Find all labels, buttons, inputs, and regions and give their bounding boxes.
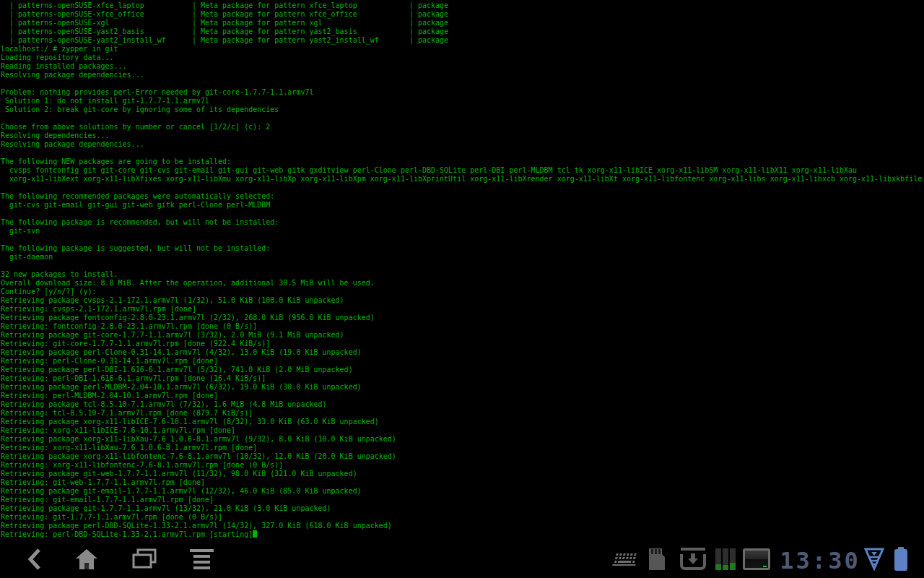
terminal-line: Retrieving package xorg-x11-libXau-7.6_1…	[1, 435, 924, 444]
menu-icon	[190, 548, 214, 573]
display-status	[741, 543, 772, 578]
system-bar: 13:30	[0, 543, 924, 578]
terminal-line: The following NEW packages are going to …	[1, 158, 924, 166]
keyboard-icon	[612, 551, 640, 570]
terminal-line	[1, 262, 924, 270]
terminal-line: | patterns-openSUSE-xfce_laptop | Meta p…	[1, 1, 924, 10]
download-status	[677, 543, 709, 578]
terminal-line: | patterns-openSUSE-yast2_basis | Meta p…	[1, 27, 924, 36]
terminal-line: Retrieving package git-1.7.7-1.1.armv7l …	[1, 504, 924, 513]
terminal-line: Choose from above solutions by number or…	[1, 123, 924, 131]
signal-icon	[864, 548, 884, 574]
download-icon	[679, 547, 707, 574]
terminal-line: Retrieving: xorg-x11-libICE-7.6-10.1.arm…	[1, 426, 924, 435]
terminal-line	[1, 236, 924, 244]
terminal-line: Retrieving: cvsps-2.1-172.1.armv7l.rpm […	[1, 305, 924, 314]
terminal-line: Retrieving package git-email-1.7.7-1.1.a…	[1, 487, 924, 496]
terminal-line: Retrieving package git-web-1.7.7-1.1.arm…	[1, 470, 924, 478]
keyboard-status-button[interactable]	[611, 543, 641, 578]
terminal-line: Retrieving package perl-Clone-0.31-14.1.…	[1, 348, 924, 357]
terminal-line: | patterns-openSUSE-xgl | Meta package f…	[1, 19, 924, 27]
terminal-line: The following package is recommended, bu…	[1, 218, 924, 227]
status-clock: 13:30	[777, 543, 863, 578]
terminal-line: Retrieving: git-web-1.7.7-1.1.armv7l.rpm…	[1, 478, 924, 487]
terminal-line: The following package is suggested, but …	[1, 244, 924, 253]
terminal-line	[1, 79, 924, 88]
terminal-line: Retrieving package xorg-x11-libICE-7.6-1…	[1, 418, 924, 426]
back-button[interactable]	[20, 543, 49, 578]
menu-button[interactable]	[188, 543, 217, 578]
terminal-line: localhost:/ # zypper in git	[1, 45, 924, 53]
terminal-line: 32 new packages to install.	[1, 270, 924, 279]
terminal-line: Retrieving package tcl-8.5.10-7.1.armv7l…	[1, 400, 924, 409]
terminal-line: Problem: nothing provides perl-Error nee…	[1, 88, 924, 97]
terminal-line: git-svn	[1, 227, 924, 236]
terminal-line: Retrieving: xorg-x11-libfontenc-7.6-8.1.…	[1, 461, 924, 470]
terminal-line: Retrieving package perl-DBD-SQLite-1.33-…	[1, 522, 924, 530]
terminal-line: Retrieving package fontconfig-2.8.0-23.1…	[1, 314, 924, 322]
terminal-line	[1, 149, 924, 158]
terminal-line: Retrieving: fontconfig-2.8.0-23.1.armv7l…	[1, 322, 924, 331]
recents-icon	[131, 548, 157, 574]
usage-bars-status	[713, 543, 738, 578]
terminal-line: Retrieving: perl-MLDBM-2.04-10.1.armv7l.…	[1, 392, 924, 400]
terminal-output[interactable]: | patterns-openSUSE-xfce_laptop | Meta p…	[0, 0, 924, 543]
terminal-line: Resolving package dependencies...	[1, 71, 924, 79]
home-button[interactable]	[72, 543, 101, 578]
tablet-screen: | patterns-openSUSE-xfce_laptop | Meta p…	[0, 0, 924, 578]
terminal-cursor	[253, 530, 257, 538]
usage-bars-icon	[715, 548, 736, 574]
terminal-line	[1, 114, 924, 123]
recents-button[interactable]	[130, 543, 159, 578]
terminal-line: | patterns-openSUSE-xfce_office | Meta p…	[1, 10, 924, 19]
terminal-line: Retrieving: git-1.7.7-1.1.armv7l.rpm [do…	[1, 513, 924, 522]
terminal-line: Continue? [y/n/?] (y):	[1, 288, 924, 296]
sdcard-status	[645, 543, 668, 578]
terminal-line: Retrieving package git-core-1.7.7-1.1.ar…	[1, 331, 924, 340]
terminal-line: git-cvs git-email git-gui git-web gitk p…	[1, 201, 924, 210]
terminal-line: Solution 1: do not install git-1.7.7-1.1…	[1, 97, 924, 105]
terminal-line: Reading installed packages...	[1, 62, 924, 71]
home-icon	[74, 548, 99, 574]
terminal-line: Retrieving package cvsps-2.1-172.1.armv7…	[1, 296, 924, 305]
terminal-line: Retrieving package xorg-x11-libfontenc-7…	[1, 452, 924, 461]
battery-status	[891, 543, 911, 578]
terminal-line: Retrieving: git-email-1.7.7-1.1.armv7l.r…	[1, 496, 924, 504]
terminal-line: Solution 2: break git-core by ignoring s…	[1, 105, 924, 114]
terminal-line: Retrieving: perl-Clone-0.31-14.1.armv7l.…	[1, 357, 924, 366]
terminal-line: Resolving dependencies...	[1, 131, 924, 140]
terminal-line: Retrieving: tcl-8.5.10-7.1.armv7l.rpm [d…	[1, 409, 924, 418]
display-icon	[742, 548, 771, 574]
sdcard-icon	[647, 547, 667, 574]
terminal-line: xorg-x11-libXext xorg-x11-libXfixes xorg…	[1, 175, 924, 184]
terminal-line: Retrieving: perl-DBD-SQLite-1.33-2.1.arm…	[1, 530, 924, 539]
terminal-line: Retrieving: git-core-1.7.7-1.1.armv7l.rp…	[1, 340, 924, 348]
terminal-line: | patterns-openSUSE-yast2_install_wf | M…	[1, 36, 924, 45]
terminal-line: Retrieving package perl-MLDBM-2.04-10.1.…	[1, 383, 924, 392]
signal-status	[863, 543, 885, 578]
terminal-line	[1, 184, 924, 192]
terminal-line: git-daemon	[1, 253, 924, 262]
terminal-line: The following recommended packages were …	[1, 192, 924, 201]
terminal-line: Retrieving: xorg-x11-libXau-7.6_1.0.6-8.…	[1, 444, 924, 452]
terminal-line: Loading repository data...	[1, 53, 924, 62]
terminal-line: Overall download size: 8.8 MiB. After th…	[1, 279, 924, 288]
terminal-line: Retrieving package perl-DBI-1.616-6.1.ar…	[1, 366, 924, 374]
terminal-line: Retrieving: perl-DBI-1.616-6.1.armv7l.rp…	[1, 374, 924, 383]
terminal-line: cvsps fontconfig git git-core git-cvs gi…	[1, 166, 924, 175]
battery-icon	[894, 547, 908, 574]
terminal-line	[1, 210, 924, 218]
back-icon	[25, 548, 44, 574]
terminal-line: Resolving package dependencies...	[1, 140, 924, 149]
